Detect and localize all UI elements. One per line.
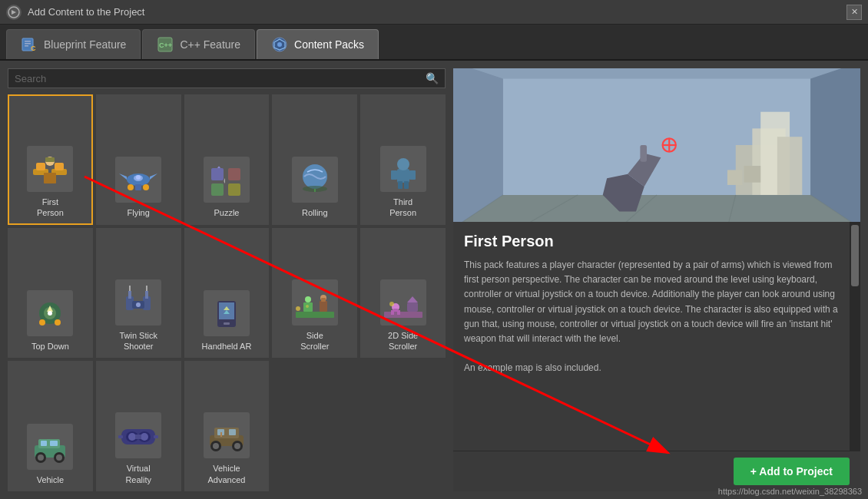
grid-item-twin-stick-shooter[interactable]: Twin StickShooter — [96, 228, 181, 359]
svg-rect-81 — [407, 302, 418, 312]
2d-side-scroller-label: 2D SideScroller — [388, 330, 418, 352]
first-person-icon — [27, 146, 73, 192]
twin-stick-shooter-label: Twin StickShooter — [119, 330, 157, 352]
right-panel: First Person This pack features a player… — [453, 68, 860, 491]
svg-point-39 — [397, 158, 409, 170]
grid-item-third-person[interactable]: ThirdPerson — [360, 94, 446, 225]
svg-point-97 — [141, 433, 148, 441]
vehicle-advanced-label: VehicleAdvanced — [208, 463, 246, 485]
svg-rect-86 — [41, 441, 47, 446]
blueprint-icon: C — [21, 36, 38, 53]
tab-content-packs-label: Content Packs — [294, 38, 364, 51]
search-input[interactable] — [15, 73, 421, 84]
svg-rect-54 — [128, 291, 131, 299]
svg-rect-99 — [118, 435, 123, 438]
vehicle-advanced-icon — [204, 412, 250, 458]
cpp-icon: C++ — [157, 36, 174, 53]
handheld-ar-icon — [204, 290, 250, 336]
svg-point-24 — [136, 175, 141, 180]
title-bar-left: Add Content to the Project — [6, 5, 144, 20]
app-logo — [6, 5, 22, 20]
grid-item-first-person[interactable]: FirstPerson — [8, 94, 93, 225]
svg-rect-70 — [320, 301, 327, 312]
svg-rect-32 — [228, 183, 240, 196]
svg-rect-87 — [50, 441, 58, 446]
tab-blueprint[interactable]: C Blueprint Feature — [6, 29, 141, 59]
twin-stick-shooter-icon — [115, 279, 161, 326]
rolling-label: Rolling — [302, 207, 328, 218]
add-to-project-button[interactable]: + Add to Project — [734, 458, 850, 485]
svg-rect-42 — [398, 181, 403, 189]
svg-point-10 — [277, 42, 282, 47]
svg-rect-43 — [404, 181, 409, 189]
svg-rect-72 — [321, 298, 326, 302]
svg-rect-126 — [727, 170, 742, 184]
svg-rect-40 — [391, 170, 397, 180]
svg-point-89 — [38, 454, 44, 461]
svg-rect-63 — [224, 322, 230, 325]
grid-item-virtual-reality[interactable]: VirtualReality — [96, 361, 181, 491]
svg-rect-66 — [292, 279, 338, 326]
svg-point-69 — [305, 296, 311, 302]
grid-item-2d-side-scroller[interactable]: 2D SideScroller — [360, 228, 446, 359]
svg-point-50 — [55, 319, 61, 326]
content-packs-icon — [271, 36, 288, 53]
svg-rect-80 — [397, 310, 400, 315]
svg-rect-15 — [55, 163, 64, 170]
top-down-label: Top Down — [31, 341, 69, 352]
detail-description: This pack features a player character (r… — [464, 258, 850, 376]
flying-icon — [115, 157, 161, 203]
2d-side-scroller-icon — [380, 279, 426, 326]
side-scroller-label: SideScroller — [300, 330, 329, 352]
vehicle-icon — [27, 424, 73, 470]
svg-point-82 — [389, 302, 394, 306]
svg-rect-29 — [211, 168, 224, 180]
left-panel: 🔍 — [8, 68, 446, 491]
svg-rect-98 — [135, 435, 141, 439]
svg-rect-55 — [145, 291, 148, 299]
svg-text:C++: C++ — [159, 41, 172, 49]
tab-content-packs[interactable]: Content Packs — [257, 29, 379, 59]
tab-cpp[interactable]: C++ C++ Feature — [142, 29, 255, 59]
grid-item-handheld-ar[interactable]: Handheld AR — [184, 228, 270, 359]
close-button[interactable]: ✕ — [846, 5, 862, 20]
svg-rect-4 — [25, 45, 28, 47]
puzzle-label: Puzzle — [214, 207, 239, 218]
grid-item-top-down[interactable]: Top Down — [8, 228, 93, 359]
svg-point-27 — [143, 184, 149, 190]
grid-item-vehicle[interactable]: Vehicle — [8, 361, 93, 491]
grid-item-vehicle-advanced[interactable]: VehicleAdvanced — [184, 361, 270, 491]
grid-item-puzzle[interactable]: Puzzle — [184, 94, 270, 225]
svg-point-91 — [56, 454, 62, 461]
svg-rect-100 — [154, 435, 158, 438]
svg-point-48 — [48, 311, 52, 316]
third-person-icon — [380, 146, 426, 192]
svg-rect-30 — [228, 168, 240, 180]
first-person-label: FirstPerson — [37, 197, 64, 219]
search-bar: 🔍 — [8, 68, 446, 88]
svg-rect-105 — [229, 429, 236, 435]
grid-item-side-scroller[interactable]: SideScroller — [272, 228, 357, 359]
grid-item-flying[interactable]: Flying — [96, 94, 181, 225]
svg-rect-75 — [380, 279, 426, 326]
scrollbar-thumb[interactable] — [851, 225, 859, 286]
svg-point-26 — [128, 184, 134, 190]
tab-cpp-label: C++ Feature — [180, 38, 240, 51]
scrollbar[interactable] — [850, 222, 860, 451]
svg-rect-3 — [25, 43, 31, 45]
svg-point-57 — [136, 302, 141, 307]
svg-text:C: C — [31, 45, 36, 52]
puzzle-icon — [204, 157, 250, 203]
svg-rect-67 — [296, 312, 334, 318]
svg-marker-115 — [453, 195, 860, 222]
flying-label: Flying — [128, 207, 150, 218]
grid-item-rolling[interactable]: Rolling — [272, 94, 357, 225]
third-person-label: ThirdPerson — [389, 197, 416, 219]
svg-point-109 — [234, 443, 240, 449]
svg-rect-2 — [25, 41, 31, 42]
svg-rect-125 — [744, 166, 761, 183]
window-title: Add Content to the Project — [28, 6, 144, 18]
svg-rect-124 — [777, 137, 802, 195]
svg-rect-28 — [204, 157, 250, 203]
url-watermark: https://blog.csdn.net/weixin_38298363 — [718, 487, 862, 496]
